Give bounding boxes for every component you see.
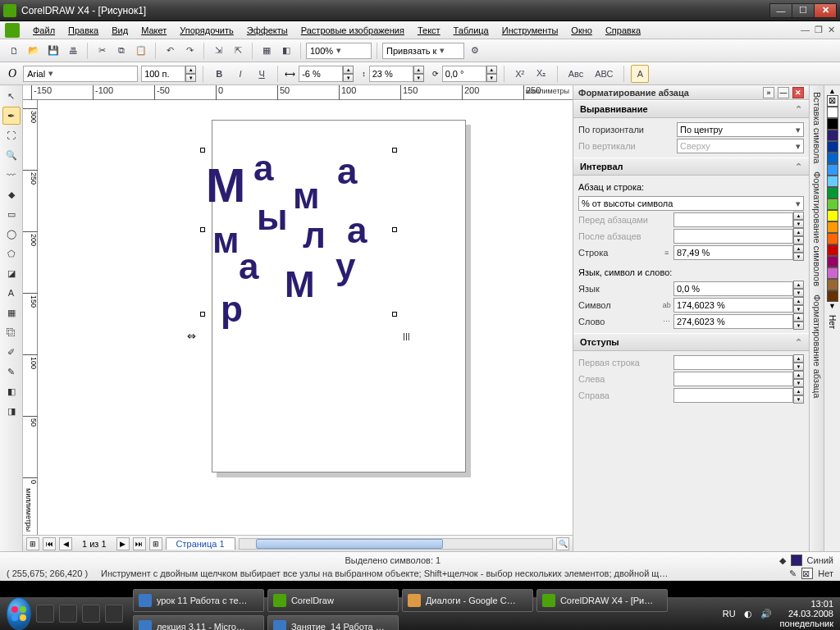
drawing-stage[interactable]: МамаымлааМур ⇔ ⫼ xyxy=(38,100,573,535)
welcome-button[interactable]: ◧ xyxy=(277,42,295,60)
text-glyph[interactable]: м xyxy=(293,176,320,217)
print-button[interactable]: 🖶 xyxy=(64,42,82,60)
start-button[interactable] xyxy=(7,597,31,630)
kerning-input[interactable] xyxy=(299,66,343,82)
task-button[interactable]: Диалоги - Google C… xyxy=(402,589,533,612)
open-button[interactable]: 📂 xyxy=(25,42,43,60)
options-button[interactable]: ⚙ xyxy=(466,42,484,60)
menu-tools[interactable]: Инструменты xyxy=(495,24,565,37)
eyedropper-tool[interactable]: ✐ xyxy=(2,343,21,361)
maximize-button[interactable]: ☐ xyxy=(792,3,815,18)
section-indent-header[interactable]: Отступы xyxy=(580,337,619,347)
palette-down-icon[interactable]: ▼ xyxy=(829,302,836,310)
launch-button[interactable]: ▦ xyxy=(258,42,276,60)
selection-handle[interactable] xyxy=(392,227,397,232)
quicklaunch-button[interactable] xyxy=(105,605,123,623)
char-spacing-input[interactable] xyxy=(673,298,793,313)
text-glyph[interactable]: л xyxy=(303,215,326,256)
quicklaunch-button[interactable] xyxy=(59,605,77,623)
tray-icon[interactable]: ◐ xyxy=(744,609,752,619)
font-size-spinner[interactable]: ▲▼ xyxy=(141,66,196,82)
text-glyph[interactable]: а xyxy=(347,210,367,251)
text-glyph[interactable]: а xyxy=(337,151,357,192)
text-right-handle-icon[interactable]: ⫼ xyxy=(401,330,412,342)
menu-effects[interactable]: Эффекты xyxy=(240,24,294,37)
table-tool[interactable]: ▦ xyxy=(2,304,21,322)
docker-tab-para-format[interactable]: Форматирование абзаца xyxy=(811,294,822,398)
section-spacing-header[interactable]: Интервал xyxy=(580,162,623,171)
docker-tab-insert-char[interactable]: Вставка символа xyxy=(811,92,822,163)
before-para-input[interactable] xyxy=(673,212,793,227)
selection-handle[interactable] xyxy=(200,227,205,232)
docker-min-button[interactable]: — xyxy=(778,87,789,98)
chevron-up-icon[interactable]: ⌃ xyxy=(795,162,802,172)
docker-close-button[interactable]: ✕ xyxy=(792,87,804,98)
polygon-tool[interactable]: ⬠ xyxy=(2,244,21,262)
save-button[interactable]: 💾 xyxy=(44,42,62,60)
color-swatch[interactable] xyxy=(827,267,838,279)
fill-swatch[interactable] xyxy=(791,555,802,566)
task-button[interactable]: CorelDraw xyxy=(267,589,399,612)
color-swatch[interactable] xyxy=(827,141,838,153)
text-glyph[interactable]: а xyxy=(253,148,273,189)
copy-button[interactable]: ⧉ xyxy=(112,42,130,60)
crop-tool[interactable]: ⛶ xyxy=(2,126,21,144)
zoom-tool[interactable]: 🔍 xyxy=(2,146,21,164)
zoom-combo[interactable]: 100%▾ xyxy=(306,43,372,59)
text-glyph[interactable]: у xyxy=(336,246,355,287)
selection-handle[interactable] xyxy=(392,148,397,153)
text-glyph[interactable]: р xyxy=(221,289,243,330)
menu-window[interactable]: Окно xyxy=(564,24,599,37)
undo-button[interactable]: ↶ xyxy=(161,42,179,60)
outline-swatch[interactable]: ⊠ xyxy=(801,568,813,579)
interactive-fill-tool[interactable]: ◨ xyxy=(2,402,21,420)
quicklaunch-button[interactable] xyxy=(82,605,100,623)
smart-fill-tool[interactable]: ◆ xyxy=(2,185,21,203)
word-spacing-input[interactable] xyxy=(673,314,793,329)
close-button[interactable]: ✕ xyxy=(814,3,837,18)
freehand-tool[interactable]: 〰 xyxy=(2,166,21,184)
color-swatch[interactable] xyxy=(827,176,838,187)
text-glyph[interactable]: М xyxy=(206,158,245,212)
horizontal-ruler[interactable]: -150 -100 -50 0 50 100 150 200 250 милли… xyxy=(23,85,573,100)
page-add-button[interactable]: ⊞ xyxy=(26,537,39,550)
superscript-button[interactable]: X² xyxy=(511,65,529,83)
redo-button[interactable]: ↷ xyxy=(180,42,199,60)
color-swatch[interactable] xyxy=(827,279,838,290)
chevron-up-icon[interactable]: ⌃ xyxy=(795,337,802,348)
text-glyph[interactable]: а xyxy=(239,246,258,287)
font-combo[interactable]: Arial▾ xyxy=(23,66,138,82)
kerning-spinner[interactable]: ▲▼ xyxy=(299,66,354,82)
color-swatch[interactable] xyxy=(827,244,838,256)
bold-button[interactable]: В xyxy=(210,65,228,83)
italic-button[interactable]: I xyxy=(231,65,249,83)
spacing-unit-select[interactable]: % от высоты символа▾ xyxy=(578,196,804,211)
task-button[interactable]: урок 11 Работа с те… xyxy=(133,589,264,612)
section-align-header[interactable]: Выравнивание xyxy=(580,104,648,114)
snap-combo[interactable]: Привязать к▾ xyxy=(382,43,464,59)
menu-bitmaps[interactable]: Растровые изображения xyxy=(294,24,411,37)
color-swatch[interactable] xyxy=(827,107,838,118)
color-swatch[interactable] xyxy=(827,164,838,176)
ellipse-tool[interactable]: ◯ xyxy=(2,225,21,243)
color-swatch[interactable] xyxy=(827,153,838,164)
left-indent-input[interactable] xyxy=(673,372,793,386)
text-glyph[interactable]: ы xyxy=(257,197,288,238)
mdi-restore-icon[interactable]: ❐ xyxy=(815,25,823,35)
clock-time[interactable]: 13:01 xyxy=(780,599,833,609)
menu-file[interactable]: Файл xyxy=(26,24,62,37)
import-button[interactable]: ⇲ xyxy=(209,42,227,60)
task-button[interactable]: лекция 3.11 - Micro… xyxy=(133,615,264,630)
color-swatch[interactable] xyxy=(827,199,838,210)
page-next-button[interactable]: ▶ xyxy=(116,537,130,550)
text-glyph[interactable]: М xyxy=(285,264,315,305)
quicklaunch-button[interactable] xyxy=(36,605,54,623)
underline-button[interactable]: Ч xyxy=(253,65,271,83)
shape-tool[interactable]: ✒ xyxy=(2,107,21,125)
vertical-ruler[interactable]: 300 250 200 150 100 50 0 миллиметры xyxy=(23,100,38,535)
menu-table[interactable]: Таблица xyxy=(447,24,495,37)
color-swatch[interactable] xyxy=(827,130,838,141)
fill-tool[interactable]: ◧ xyxy=(2,382,21,400)
palette-up-icon[interactable]: ▲ xyxy=(829,87,836,95)
outline-tool[interactable]: ✎ xyxy=(2,363,21,381)
